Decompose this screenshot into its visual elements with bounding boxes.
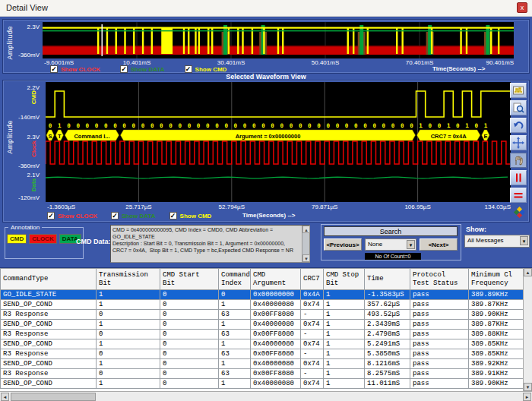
vertical-cursors-button[interactable] <box>510 170 527 185</box>
scroll-right-icon[interactable]: ▸ <box>523 393 531 401</box>
table-cell: 389.91KHz <box>469 369 524 379</box>
bit-label: 0 <box>243 122 247 129</box>
cmd-data-box[interactable]: CMD = 0x400000000095, CMD Index = CMD0, … <box>110 225 310 263</box>
table-cell: SEND_OP_COND <box>1 359 97 369</box>
next-button[interactable]: <Next> <box>420 238 458 251</box>
zoom-button[interactable] <box>510 100 527 115</box>
previous-button[interactable]: <Previous> <box>324 238 362 251</box>
bit-label: 0 <box>95 122 99 129</box>
scroll-down-icon[interactable]: ▼ <box>302 254 310 262</box>
table-row[interactable]: SEND_OP_COND1010x400000800x74111.011mSpa… <box>1 379 524 389</box>
table-row[interactable]: SEND_OP_COND1010x400000800x741357.62µSpa… <box>1 300 524 310</box>
bit-label: 0 <box>410 122 413 129</box>
scroll-down-icon[interactable]: ▼ <box>524 383 532 391</box>
table-row[interactable]: R3 Response00630x00FF8080-15.3850mSpass3… <box>1 349 524 359</box>
table-cell: 389.87KHz <box>469 300 524 310</box>
bit-label: 0 <box>429 122 432 129</box>
command-table-container: CommandTypeTransmissionBitCMD StartBitCo… <box>0 267 532 401</box>
chevron-down-icon[interactable]: ▾ <box>407 240 415 249</box>
bit-label: 0 <box>456 122 460 129</box>
table-vertical-scrollbar[interactable]: ▲ ▼ <box>523 268 532 391</box>
move-button[interactable] <box>510 135 527 150</box>
titlebar: Detail View x <box>0 0 532 17</box>
table-cell: pass <box>410 330 469 339</box>
data-axis-label: Data <box>30 178 37 191</box>
annotation-bubble-label: CRC7 = 0x4A <box>431 133 467 140</box>
table-cell: 0x00FF8080 <box>251 349 301 359</box>
show-clock-checkbox[interactable]: ✓Show CLOCK <box>47 212 97 219</box>
bit-label: 0 <box>391 122 395 129</box>
annotation-chips: CMDCLOCKDATA <box>5 231 83 244</box>
table-cell: 1 <box>324 369 365 379</box>
show-data-checkbox[interactable]: ✓Show DATA <box>120 65 165 73</box>
overview-ytick-bottom: -360mV <box>5 52 40 58</box>
scrollbar-thumb[interactable] <box>11 393 96 401</box>
table-horizontal-scrollbar[interactable]: ◂ ▸ <box>0 391 532 401</box>
overview-time-axis-label: Time(Seconds) --> <box>432 65 485 72</box>
waveform-toolbar <box>510 83 527 220</box>
table-row[interactable]: R3 Response00630x00FF8080-12.4798mSpass3… <box>1 330 524 339</box>
scroll-up-icon[interactable]: ▲ <box>302 226 310 233</box>
table-row[interactable]: SEND_OP_COND1010x400000800x7418.1216mSpa… <box>1 359 524 369</box>
table-row[interactable]: GO_IDLE_STATE1000x000000000x4A1-1.3583µS… <box>1 290 524 300</box>
time-tick: 70.401mS <box>406 59 433 66</box>
checkbox-check-icon[interactable]: ✓ <box>120 65 128 73</box>
pan-hand-icon <box>512 154 524 166</box>
table-cell: 389.92KHz <box>469 359 524 369</box>
vertical-cursors-icon <box>512 172 524 184</box>
selected-waveform-plot[interactable]: 0100000000000000000000000000000000000000… <box>46 82 511 202</box>
table-cell: pass <box>410 359 469 369</box>
table-row[interactable]: R3 Response00630x00FF8080-18.2575mSpass3… <box>1 369 524 379</box>
table-cell: GO_IDLE_STATE <box>1 290 97 300</box>
bit-label: 0 <box>215 122 219 129</box>
checkbox-check-icon[interactable]: ✓ <box>50 65 58 73</box>
chevron-down-icon[interactable]: ▾ <box>520 236 528 245</box>
show-cmd-checkbox[interactable]: ✓Show CMD <box>185 65 227 73</box>
overview-panel: Amplitude 2.3V -360mV -9.6001mS10.401mS3… <box>2 19 530 74</box>
table-cell: - <box>301 349 324 359</box>
bit-label: 0 <box>141 122 145 129</box>
scroll-left-icon[interactable]: ◂ <box>1 393 9 401</box>
search-filter-dropdown[interactable]: None ▾ <box>365 238 416 251</box>
table-row[interactable]: SEND_OP_COND1010x400000800x7415.2491mSpa… <box>1 339 524 349</box>
checkbox-check-icon[interactable]: ✓ <box>47 212 55 219</box>
table-cell: 389.88KHz <box>469 330 524 339</box>
table-cell: 1 <box>97 359 160 369</box>
column-header: CommandType <box>1 269 97 290</box>
show-cmd-checkbox[interactable]: ✓Show CMD <box>169 212 212 219</box>
show-label: Show: <box>466 226 486 233</box>
table-cell: pass <box>410 349 469 359</box>
bit-label: 1 <box>465 122 469 129</box>
clock-axis-label: Clock <box>30 141 37 157</box>
bit-label: 0 <box>67 122 71 129</box>
table-row[interactable]: SEND_OP_COND1010x400000800x7412.3439mSpa… <box>1 320 524 330</box>
show-dropdown[interactable]: All Messages ▾ <box>464 235 530 248</box>
close-icon[interactable]: x <box>517 2 527 13</box>
search-panel-title: Search <box>324 226 458 236</box>
checkbox-check-icon[interactable]: ✓ <box>185 65 192 73</box>
waveform-fit-button[interactable] <box>510 83 527 98</box>
show-data-checkbox[interactable]: ✓Show DATA <box>111 212 156 219</box>
table-cell: pass <box>410 320 469 330</box>
checkbox-check-icon[interactable]: ✓ <box>111 212 119 219</box>
bit-label: 0 <box>382 122 386 129</box>
undo-button[interactable] <box>510 118 527 133</box>
table-cell: SEND_OP_COND <box>1 379 97 389</box>
table-cell: 1 <box>324 320 365 330</box>
bit-label: 1 <box>484 122 488 129</box>
table-cell: 0x40000080 <box>251 320 301 330</box>
overview-waveform-plot[interactable] <box>43 22 514 58</box>
table-row[interactable]: R3 Response00630x00FF8080-1493.52µSpass3… <box>1 310 524 320</box>
table-cell: 1 <box>324 359 365 369</box>
bit-label: 0 <box>104 122 108 129</box>
cmd-data-scrollbar[interactable]: ▲ ▼ <box>302 226 309 262</box>
scroll-up-icon[interactable]: ▲ <box>524 268 532 276</box>
checkbox-check-icon[interactable]: ✓ <box>169 212 177 219</box>
bit-label: 0 <box>290 122 293 129</box>
horizontal-cursors-button[interactable] <box>510 188 527 203</box>
table-cell: R3 Response <box>1 349 97 359</box>
pan-hand-button[interactable] <box>510 153 527 168</box>
show-clock-checkbox[interactable]: ✓Show CLOCK <box>50 65 100 73</box>
table-cell: 0x00FF8080 <box>251 369 301 379</box>
colors-button[interactable] <box>510 205 527 220</box>
